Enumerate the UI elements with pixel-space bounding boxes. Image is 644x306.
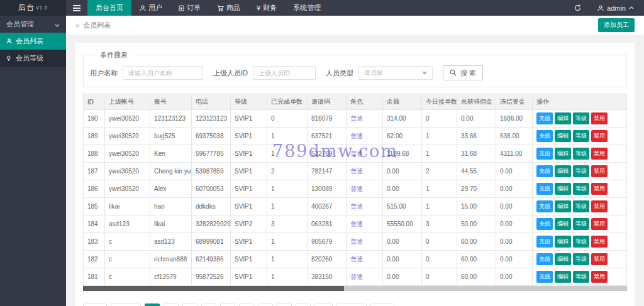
cell-invite: 782147 <box>308 163 347 180</box>
pagination-last-button[interactable]: 尾页 <box>370 303 394 306</box>
action-disable-button[interactable]: 禁用 <box>591 130 608 142</box>
action-recharge-button[interactable]: 充值 <box>536 271 553 283</box>
action-level-button[interactable]: 等级 <box>573 236 589 248</box>
page-button-8[interactable]: 8 <box>277 303 292 306</box>
action-recharge-button[interactable]: 充值 <box>536 236 553 248</box>
parent-id-input[interactable] <box>253 66 316 80</box>
cell-balance: 314.00 <box>383 110 422 128</box>
cell-role: 普通 <box>347 163 383 180</box>
page-button-2[interactable]: 2 <box>164 303 179 306</box>
action-level-button[interactable]: 等级 <box>573 130 589 142</box>
username-input[interactable] <box>123 66 203 80</box>
cell-id: 187 <box>84 163 105 180</box>
action-edit-button[interactable]: 编辑 <box>555 165 571 177</box>
table-header-row: ID上级帐号账号电话等级已完成单数邀请码角色余额今日接单数量总获得佣金冻结资金操… <box>84 94 627 110</box>
add-staff-button[interactable]: 添加员工 <box>598 18 635 32</box>
action-level-button[interactable]: 等级 <box>573 165 589 177</box>
type-field-group: 人员类型 请选择 <box>326 66 433 80</box>
search-button[interactable]: 搜 索 <box>443 65 483 80</box>
action-disable-button[interactable]: 禁用 <box>591 218 608 230</box>
cell-commission: 29.70 <box>457 180 496 198</box>
action-edit-button[interactable]: 编辑 <box>555 218 571 230</box>
role-badge: 普通 <box>350 150 363 157</box>
admin-dropdown[interactable]: admin <box>597 4 634 12</box>
action-edit-button[interactable]: 编辑 <box>555 130 571 142</box>
action-disable-button[interactable]: 禁用 <box>591 200 608 212</box>
action-disable-button[interactable]: 禁用 <box>591 148 608 160</box>
cell-id: 186 <box>84 180 105 198</box>
action-edit-button[interactable]: 编辑 <box>555 183 571 195</box>
nav-item-orders[interactable]: 订单 <box>170 0 209 16</box>
cell-today: 1 <box>422 128 457 145</box>
action-edit-button[interactable]: 编辑 <box>555 112 571 124</box>
action-level-button[interactable]: 等级 <box>573 148 589 160</box>
main-content: » 会员列表 添加员工 条件搜索 用户名称 上级人员ID 人员类型 请选择 <box>66 16 644 306</box>
nav-item-system[interactable]: 系统管理 <box>285 0 329 16</box>
action-disable-button[interactable]: 禁用 <box>591 271 608 283</box>
action-level-button[interactable]: 等级 <box>573 271 589 283</box>
action-disable-button[interactable]: 禁用 <box>591 253 608 265</box>
refresh-icon[interactable] <box>574 4 581 11</box>
hamburger-icon[interactable] <box>66 0 87 16</box>
action-disable-button[interactable]: 禁用 <box>591 112 608 124</box>
horizontal-scrollbar <box>83 286 627 291</box>
action-recharge-button[interactable]: 充值 <box>536 165 553 177</box>
action-edit-button[interactable]: 编辑 <box>555 236 571 248</box>
action-edit-button[interactable]: 编辑 <box>555 200 571 212</box>
action-recharge-button[interactable]: 充值 <box>536 218 553 230</box>
cell-invite: 637521 <box>308 128 347 145</box>
cell-phone: 68999081 <box>192 233 231 251</box>
breadcrumb-separator: » <box>75 21 79 29</box>
action-recharge-button[interactable]: 充值 <box>536 253 553 265</box>
action-recharge-button[interactable]: 充值 <box>536 112 553 124</box>
pagination-prev-button[interactable]: 上一页 <box>111 303 141 306</box>
page-button-4[interactable]: 4 <box>201 303 216 306</box>
role-badge: 普通 <box>350 203 363 210</box>
action-edit-button[interactable]: 编辑 <box>555 271 571 283</box>
cell-frozen: 0.00 <box>496 180 533 198</box>
sidebar-item-member-level[interactable]: 会员等级 <box>0 50 66 67</box>
sidebar-group-member-management[interactable]: 会员管理 <box>0 16 66 33</box>
action-disable-button[interactable]: 禁用 <box>591 236 608 248</box>
action-recharge-button[interactable]: 充值 <box>536 200 553 212</box>
action-level-button[interactable]: 等级 <box>573 253 589 265</box>
action-recharge-button[interactable]: 充值 <box>536 130 553 142</box>
page-button-10[interactable]: 10 <box>314 303 333 306</box>
action-edit-button[interactable]: 编辑 <box>555 253 571 265</box>
column-header: ID <box>84 94 105 110</box>
type-select[interactable]: 请选择 <box>358 66 433 80</box>
action-level-button[interactable]: 等级 <box>573 218 589 230</box>
cell-level: SVIP1 <box>231 110 267 128</box>
nav-item-finance[interactable]: ¥ 财务 <box>248 0 285 16</box>
pagination-next-button[interactable]: 下一页 <box>336 303 367 306</box>
pagination-first-button[interactable]: 首页 <box>83 303 107 306</box>
action-disable-button[interactable]: 禁用 <box>591 183 608 195</box>
action-level-button[interactable]: 等级 <box>573 200 589 212</box>
nav-item-home[interactable]: 后台首页 <box>87 0 131 16</box>
action-edit-button[interactable]: 编辑 <box>555 148 571 160</box>
page-button-1[interactable]: 1 <box>145 303 160 306</box>
action-disable-button[interactable]: 禁用 <box>591 165 608 177</box>
cell-account: 123123123 <box>150 110 192 128</box>
page-button-3[interactable]: 3 <box>182 303 197 306</box>
action-level-button[interactable]: 等级 <box>573 183 589 195</box>
column-header: 操作 <box>533 94 627 110</box>
sidebar-item-member-list[interactable]: 会员列表 <box>0 33 66 50</box>
column-header: 账号 <box>150 94 192 110</box>
page-button-5[interactable]: 5 <box>220 303 235 306</box>
table-row: 187ywei30520Cheng kin yu53987859SVIP1278… <box>84 163 627 180</box>
cell-balance: 0.00 <box>383 180 422 198</box>
action-recharge-button[interactable]: 充值 <box>536 148 553 160</box>
nav-item-label: 订单 <box>187 3 201 13</box>
app-logo[interactable]: 后台 V1.0 <box>0 0 66 16</box>
page-button-7[interactable]: 7 <box>258 303 273 306</box>
cell-frozen: 0.00 <box>496 216 533 233</box>
action-recharge-button[interactable]: 充值 <box>536 183 553 195</box>
page-button-9[interactable]: 9 <box>296 303 311 306</box>
action-level-button[interactable]: 等级 <box>573 112 589 124</box>
cell-today: 0 <box>422 251 457 268</box>
nav-item-goods[interactable]: 商品 <box>209 0 248 16</box>
scrollbar-thumb[interactable] <box>83 286 344 291</box>
nav-item-users[interactable]: 用户 <box>131 0 170 16</box>
page-button-6[interactable]: 6 <box>239 303 254 306</box>
